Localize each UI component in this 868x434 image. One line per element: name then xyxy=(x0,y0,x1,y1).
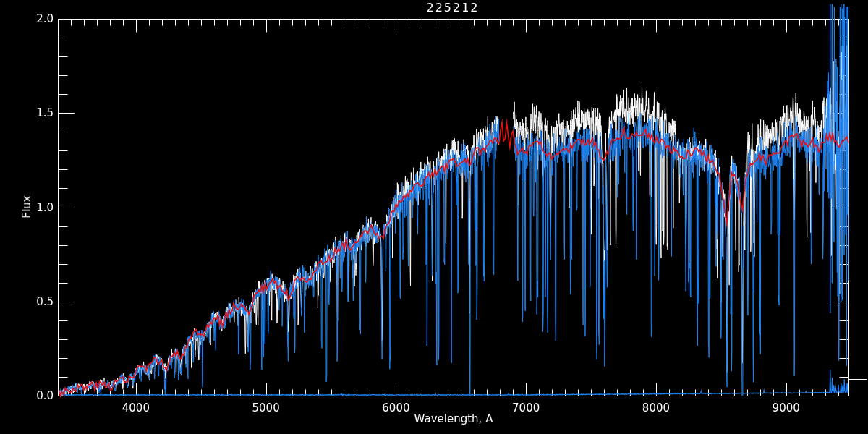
y-tick-label: 1.0 xyxy=(19,201,54,214)
x-tick-label: 8000 xyxy=(633,401,679,414)
x-tick-label: 5000 xyxy=(243,401,289,414)
x-tick-label: 4000 xyxy=(113,401,159,414)
x-axis-label: Wavelength, A xyxy=(414,412,493,425)
y-tick-label: 0.5 xyxy=(19,295,54,308)
x-tick-label: 7000 xyxy=(503,401,549,414)
y-tick-label: 0.0 xyxy=(19,389,54,402)
spectrum-plot-page: { "chart_data": { "type": "line", "title… xyxy=(0,0,868,434)
x-tick-label: 9000 xyxy=(763,401,809,414)
plot-title: 225212 xyxy=(426,1,479,14)
y-tick-label: 2.0 xyxy=(19,12,54,25)
y-tick-label: 1.5 xyxy=(19,106,54,119)
spectrum-canvas xyxy=(0,0,868,434)
x-tick-label: 6000 xyxy=(373,401,419,414)
